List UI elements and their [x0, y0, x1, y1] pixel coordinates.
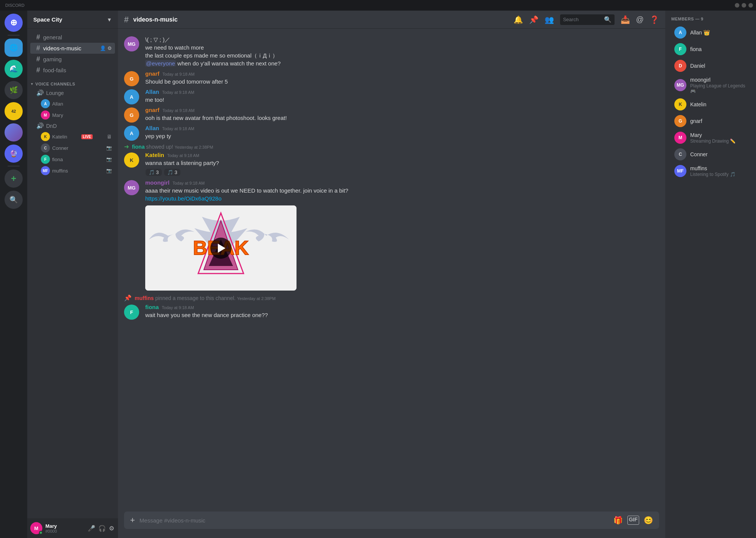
- message-author-katelin[interactable]: Katelin: [145, 152, 164, 158]
- member-item-muffins[interactable]: MF muffins Listening to Spotify 🎵: [668, 163, 753, 179]
- member-status-moongirl: Playing League of Legends 🎮: [690, 83, 747, 94]
- voice-user-avatar-mary: M: [41, 110, 50, 120]
- member-item-mary[interactable]: M Mary Streaming Drawing ✏️: [668, 129, 753, 146]
- reaction-2[interactable]: 🎵 3: [164, 168, 181, 176]
- message-text-line3: the last couple eps made me so emotional…: [145, 51, 659, 59]
- search-input[interactable]: [563, 17, 602, 22]
- close-btn[interactable]: [748, 3, 753, 8]
- member-item-conner[interactable]: C Conner: [668, 146, 753, 163]
- server-icon-teal[interactable]: 🌊: [5, 60, 23, 78]
- mention-icon[interactable]: @: [636, 15, 644, 24]
- pin-icon[interactable]: 📌: [529, 15, 539, 24]
- voice-user-katelin[interactable]: K Katelin LIVE 🖥: [30, 131, 115, 142]
- channel-item-food-fails[interactable]: # food-fails: [30, 65, 115, 76]
- gif-icon[interactable]: GIF: [627, 516, 639, 525]
- message-header-moongirl: moongirl Today at 9:18 AM: [145, 179, 659, 186]
- add-server-button[interactable]: +: [5, 169, 23, 188]
- message-author-moongirl[interactable]: moongirl: [145, 179, 169, 186]
- message-author-allan-1[interactable]: Allan: [145, 89, 159, 95]
- muffins-voice-icons: 📷: [106, 168, 112, 173]
- reactions-katelin: 🎵 3 🎵 3: [145, 168, 659, 176]
- attach-file-button[interactable]: +: [130, 512, 135, 529]
- member-avatar-allan: A: [674, 26, 686, 39]
- message-content-gnarf-1: gnarf Today at 9:18 AM Should be good to…: [145, 70, 659, 86]
- channel-hash-icon: #: [36, 33, 40, 41]
- message-content-moongirl: moongirl Today at 9:18 AM aaaa their new…: [145, 179, 659, 291]
- server-icon-planet[interactable]: 🌐: [5, 39, 23, 57]
- channel-name-general: general: [43, 34, 62, 40]
- minimize-btn[interactable]: [735, 3, 739, 8]
- voice-section-header[interactable]: ▼ VOICE CHANNELS: [27, 76, 118, 88]
- reaction-1[interactable]: 🎵 3: [145, 168, 162, 176]
- member-item-fiona[interactable]: F fiona: [668, 41, 753, 58]
- server-divider: [8, 35, 20, 36]
- voice-user-mary[interactable]: M Mary: [30, 109, 115, 121]
- message-content-allan-2: Allan Today at 9:18 AM yep yep ty: [145, 125, 659, 140]
- voice-section-collapse-icon: ▼: [30, 82, 34, 86]
- member-name-gnarf: gnarf: [690, 118, 702, 124]
- voice-user-avatar-muffins: MF: [41, 166, 50, 175]
- mute-microphone-icon[interactable]: 🎤: [87, 524, 96, 533]
- member-item-daniel[interactable]: D Daniel: [668, 58, 753, 74]
- member-item-katelin[interactable]: K Katelin: [668, 96, 753, 113]
- member-name-conner: Conner: [690, 151, 708, 157]
- inbox-icon[interactable]: 📥: [621, 15, 630, 24]
- crown-icon-allan: 👑: [703, 30, 710, 36]
- status-dot: [39, 531, 43, 535]
- message-author-gnarf-1[interactable]: gnarf: [145, 70, 160, 77]
- conner-voice-icons: 📷: [106, 145, 112, 151]
- discord-home-button[interactable]: ⊕: [5, 14, 23, 32]
- voice-user-allan[interactable]: A Allan: [30, 98, 115, 109]
- member-info-katelin: Katelin: [690, 101, 706, 108]
- channel-item-gaming[interactable]: # gaming: [30, 54, 115, 65]
- message-author-gnarf-2[interactable]: gnarf: [145, 107, 160, 113]
- voice-user-conner[interactable]: C Conner 📷: [30, 142, 115, 154]
- voice-user-fiona[interactable]: F fiona 📷: [30, 154, 115, 165]
- message-author-fiona[interactable]: fiona: [145, 304, 159, 310]
- avatar-allan-2: A: [124, 126, 139, 141]
- discover-servers-button[interactable]: 🔍: [5, 191, 23, 209]
- user-panel: M Mary #0000 🎤 🎧 ⚙: [27, 518, 118, 538]
- help-icon[interactable]: ❓: [650, 15, 659, 24]
- voice-user-avatar-fiona: F: [41, 155, 50, 164]
- pin-username[interactable]: muffins: [135, 295, 154, 301]
- video-embed[interactable]: BEAK: [145, 205, 297, 291]
- gift-icon[interactable]: 🎁: [613, 516, 623, 525]
- server-icon-yellow[interactable]: 42: [5, 102, 23, 120]
- message-content-fiona: fiona Today at 9:18 AM wait have you see…: [145, 304, 659, 319]
- emoji-icon[interactable]: 😊: [644, 516, 653, 525]
- server-divider-2: [8, 166, 20, 166]
- play-button[interactable]: [210, 238, 231, 259]
- message-text-line4: @everyone when do y'all wanna watch the …: [145, 59, 659, 67]
- server-icon-green[interactable]: 🌿: [5, 81, 23, 99]
- message-input[interactable]: [140, 513, 609, 528]
- channel-item-general[interactable]: # general: [30, 32, 115, 43]
- settings-icon[interactable]: ⚙: [107, 45, 112, 51]
- message-text-moongirl: aaaa their new music video is out we NEE…: [145, 187, 659, 194]
- channel-item-videos-n-music[interactable]: # videos-n-music 👤 ⚙: [30, 43, 115, 54]
- maximize-btn[interactable]: [742, 3, 746, 8]
- server-icon-purple[interactable]: 🔮: [5, 145, 23, 163]
- user-settings-icon[interactable]: ⚙: [108, 524, 115, 533]
- deafen-headset-icon[interactable]: 🎧: [98, 524, 107, 533]
- voice-channel-lounge[interactable]: 🔊 Lounge: [30, 88, 115, 98]
- member-item-gnarf[interactable]: G gnarf: [668, 113, 753, 129]
- server-header[interactable]: Space City ▼: [27, 11, 118, 29]
- add-member-icon[interactable]: 👤: [100, 45, 106, 51]
- voice-user-muffins[interactable]: MF muffins 📷: [30, 165, 115, 176]
- members-icon[interactable]: 👥: [545, 15, 554, 24]
- channel-name-videos: videos-n-music: [43, 45, 81, 51]
- message-text-gnarf-1: Should be good tomorrow after 5: [145, 78, 659, 86]
- message-author-allan-2[interactable]: Allan: [145, 125, 159, 131]
- server-sidebar: ⊕ 🌐 🌊 🌿 42 🔮 + 🔍: [0, 11, 27, 538]
- server-icon-gradient[interactable]: [5, 123, 23, 141]
- pin-notification-text: muffins pinned a message to this channel…: [135, 295, 276, 301]
- member-item-allan[interactable]: A Allan 👑: [668, 24, 753, 41]
- user-avatar-container: M: [30, 522, 42, 534]
- voice-channel-dnd[interactable]: 🔊 DnD: [30, 121, 115, 131]
- notification-bell-icon[interactable]: 🔔: [514, 15, 523, 24]
- search-bar[interactable]: 🔍: [560, 14, 615, 25]
- member-info-muffins: muffins Listening to Spotify 🎵: [690, 165, 736, 177]
- video-link[interactable]: https://youtu.be/OiDx6aQ928o: [145, 195, 222, 202]
- member-item-moongirl[interactable]: MG moongirl Playing League of Legends 🎮: [668, 74, 753, 96]
